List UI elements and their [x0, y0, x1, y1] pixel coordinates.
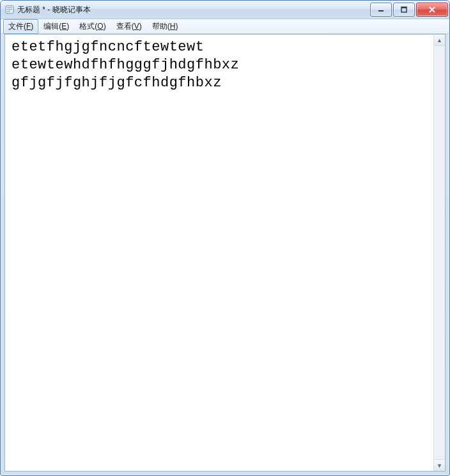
window-controls	[370, 3, 448, 17]
scroll-up-arrow-icon[interactable]: ▲	[434, 35, 445, 46]
menu-edit[interactable]: 编辑(E)	[38, 19, 74, 34]
menubar: 文件(F) 编辑(E) 格式(O) 查看(V) 帮助(H)	[1, 19, 449, 34]
vertical-scrollbar[interactable]: ▲ ▼	[433, 35, 445, 471]
maximize-button[interactable]	[393, 3, 415, 17]
menu-view[interactable]: 查看(V)	[111, 19, 147, 34]
app-window: 无标题 * - 晓晓记事本 文件(F) 编辑(E) 格式(O) 查看(V) 帮助…	[0, 0, 450, 476]
svg-rect-3	[401, 7, 407, 8]
close-button[interactable]	[416, 3, 448, 17]
menu-format[interactable]: 格式(O)	[74, 19, 111, 34]
menu-file[interactable]: 文件(F)	[3, 19, 38, 34]
window-title: 无标题 * - 晓晓记事本	[17, 4, 370, 15]
text-editor[interactable]: etetfhgjgfncncftewtewt etewtewhdfhfhgggf…	[5, 35, 433, 471]
app-icon	[4, 4, 15, 15]
minimize-button[interactable]	[370, 3, 392, 17]
titlebar[interactable]: 无标题 * - 晓晓记事本	[1, 1, 449, 19]
scroll-down-arrow-icon[interactable]: ▼	[434, 459, 445, 471]
menu-help[interactable]: 帮助(H)	[147, 19, 183, 34]
svg-rect-1	[378, 10, 384, 12]
client-area: etetfhgjgfncncftewtewt etewtewhdfhfhgggf…	[4, 34, 446, 472]
